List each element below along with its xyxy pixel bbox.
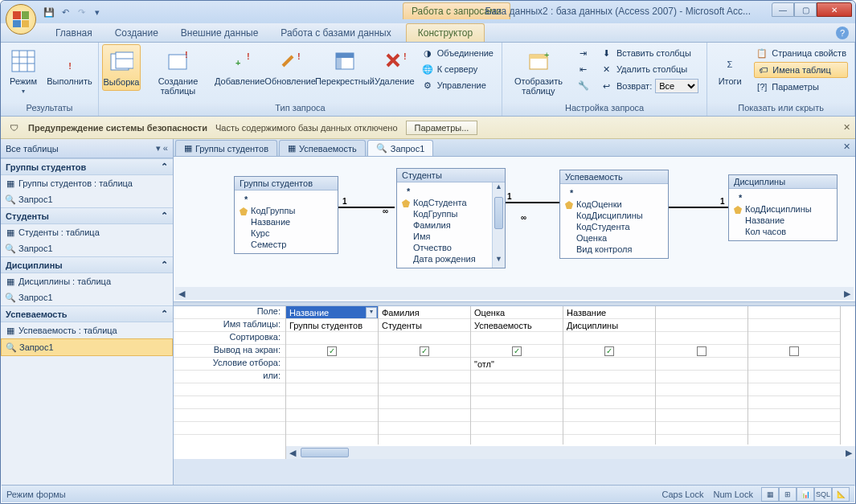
run-button[interactable]: ! Выполнить — [44, 44, 95, 89]
grid-criteria-cell[interactable] — [748, 358, 840, 371]
maximize-button[interactable]: ▢ — [794, 2, 817, 17]
table-field[interactable]: КодСтудента — [565, 221, 663, 232]
table-box[interactable]: Группы студентов*КодГруппыНазваниеКурсСе… — [234, 176, 338, 254]
doc-tab-groups[interactable]: ▦Группы студентов — [175, 140, 277, 156]
return-rows-control[interactable]: ↩Возврат: Все — [599, 78, 700, 94]
grid-criteria-cell[interactable] — [286, 358, 378, 371]
table-field[interactable]: Название — [240, 216, 333, 227]
tab-dbtools[interactable]: Работа с базами данных — [269, 24, 402, 42]
delete-cols-button[interactable]: ✕Удалить столбцы — [599, 62, 700, 76]
table-field[interactable]: Фамилия — [402, 219, 500, 231]
nav-item-table[interactable]: ▦Дисциплины : таблица — [1, 273, 173, 289]
return-select[interactable]: Все — [655, 79, 698, 93]
scrollbar-thumb[interactable] — [301, 448, 349, 457]
qat-save-icon[interactable]: 💾 — [43, 6, 55, 18]
checkbox[interactable]: ✓ — [327, 346, 337, 356]
propsheet-button[interactable]: 📋Страница свойств — [754, 46, 848, 60]
delete-rows-button[interactable]: ⇤ — [576, 62, 591, 76]
tablenames-button[interactable]: 🏷Имена таблиц — [754, 62, 848, 78]
help-icon[interactable]: ? — [836, 27, 849, 39]
view-sql-button[interactable]: SQL — [814, 487, 832, 502]
nav-category[interactable]: Успеваемость⌃ — [1, 305, 173, 322]
table-box-header[interactable]: Дисциплины — [729, 175, 837, 189]
table-box-header[interactable]: Успеваемость — [560, 170, 668, 184]
insert-cols-button[interactable]: ⬇Вставить столбцы — [599, 46, 700, 60]
table-field[interactable]: КодДисциплины — [565, 210, 663, 221]
showtable-button[interactable]: + Отобразить таблицу — [506, 44, 571, 99]
grid-show-cell[interactable]: ✓ — [379, 345, 470, 358]
builder-button[interactable]: 🔧 — [576, 78, 591, 92]
table-field[interactable]: Имя — [402, 231, 500, 242]
table-field[interactable]: Дата рождения — [402, 253, 500, 264]
table-field[interactable]: * — [402, 186, 500, 197]
tab-create[interactable]: Создание — [104, 24, 170, 42]
nav-item-query[interactable]: 🔍Запрос1 — [1, 240, 173, 256]
scroll-left-icon[interactable]: ◀ — [286, 448, 299, 458]
grid-table-cell[interactable]: Студенты — [379, 319, 470, 332]
grid-table-cell[interactable]: Группы студентов — [286, 319, 378, 332]
grid-or-cell[interactable] — [563, 371, 655, 383]
grid-show-cell[interactable]: ✓ — [471, 345, 563, 358]
checkbox[interactable] — [789, 346, 799, 356]
grid-show-cell[interactable]: ✓ — [563, 345, 655, 358]
grid-sort-cell[interactable] — [471, 332, 563, 345]
checkbox[interactable] — [697, 346, 707, 356]
table-field[interactable]: * — [565, 187, 663, 199]
grid-show-cell[interactable] — [656, 345, 747, 358]
grid-table-cell[interactable]: Успеваемость — [471, 319, 563, 332]
dropdown-icon[interactable]: ▾ — [366, 307, 377, 318]
table-field[interactable]: * — [240, 194, 333, 205]
grid-table-cell[interactable] — [656, 319, 747, 332]
table-field[interactable]: КодДисциплины — [734, 203, 832, 215]
view-pivottable-button[interactable]: ⊞ — [779, 487, 797, 502]
nav-item-query[interactable]: 🔍Запрос1 — [1, 191, 173, 207]
totals-button[interactable]: Σ Итоги — [711, 44, 749, 89]
grid-field-cell[interactable]: Оценка — [471, 306, 563, 319]
grid-or-cell[interactable] — [471, 371, 563, 383]
table-field[interactable]: Вид контроля — [565, 244, 663, 255]
grid-table-cell[interactable]: Дисциплины — [563, 319, 655, 332]
checkbox[interactable]: ✓ — [604, 346, 614, 356]
grid-column[interactable]: НазваниеДисциплины✓ — [563, 306, 656, 445]
grid-hscroll[interactable]: ◀ ▶ — [286, 446, 855, 459]
scroll-right-icon[interactable]: ▶ — [841, 289, 854, 299]
table-box[interactable]: Студенты*КодСтудентаКодГруппыФамилияИмяО… — [396, 168, 506, 268]
table-field[interactable]: Кол часов — [734, 226, 832, 237]
designer-hscroll[interactable]: ◀ ▶ — [175, 287, 854, 300]
view-design-button[interactable]: 📐 — [832, 487, 850, 502]
table-box[interactable]: Успеваемость*КодОценкиКодДисциплиныКодСт… — [559, 170, 669, 259]
query-designer[interactable]: 1 ∞ 1 ∞ ∞ 1 Группы студентов*КодГруппыНа… — [174, 157, 855, 301]
grid-criteria-cell[interactable] — [563, 358, 655, 371]
grid-or-cell[interactable] — [286, 371, 378, 383]
qat-redo-icon[interactable]: ↷ — [75, 6, 88, 18]
grid-or-cell[interactable] — [748, 371, 840, 383]
grid-criteria-cell[interactable] — [656, 358, 747, 371]
security-options-button[interactable]: Параметры... — [406, 121, 478, 135]
nav-category[interactable]: Студенты⌃ — [1, 207, 173, 224]
view-pivotchart-button[interactable]: 📊 — [797, 487, 814, 502]
table-field[interactable]: КодСтудента — [402, 197, 500, 208]
view-datasheet-button[interactable]: ▦ — [761, 487, 779, 502]
grid-column[interactable] — [656, 306, 748, 445]
qat-undo-icon[interactable]: ↶ — [59, 6, 72, 18]
qat-customize-icon[interactable]: ▾ — [91, 6, 104, 18]
tab-design[interactable]: Конструктор — [406, 23, 485, 42]
query-grid[interactable]: Поле: Имя таблицы: Сортировка: Вывод на … — [174, 306, 855, 459]
grid-field-cell[interactable] — [656, 306, 747, 319]
grid-sort-cell[interactable] — [656, 332, 747, 345]
nav-item-table[interactable]: ▦Успеваемость : таблица — [1, 322, 173, 338]
params-button[interactable]: [?]Параметры — [754, 80, 848, 94]
office-button[interactable] — [6, 4, 36, 35]
table-vscroll[interactable]: ▲▼ — [492, 182, 505, 268]
table-field[interactable]: * — [734, 192, 832, 203]
grid-criteria-cell[interactable]: "отл" — [471, 358, 563, 371]
grid-field-cell[interactable]: Название▾ — [286, 306, 378, 319]
table-field[interactable]: Оценка — [565, 232, 663, 244]
table-field[interactable]: Название — [734, 215, 832, 226]
security-close-icon[interactable]: ✕ — [843, 122, 850, 133]
grid-field-cell[interactable]: Фамилия — [379, 306, 470, 319]
crosstab-button[interactable]: Перекрестный — [317, 44, 373, 89]
nav-category[interactable]: Дисциплины⌃ — [1, 256, 173, 273]
datadef-button[interactable]: ⚙Управление — [420, 78, 495, 92]
grid-column[interactable]: Название▾Группы студентов✓ — [286, 306, 379, 445]
